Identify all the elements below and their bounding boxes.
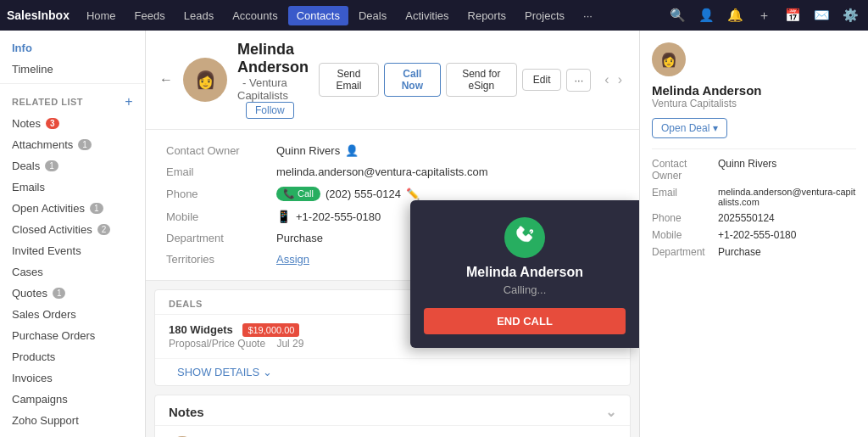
sidebar-item-quotes[interactable]: Quotes 1 [0, 283, 145, 304]
bell-icon[interactable]: 🔔 [724, 4, 746, 26]
phone-edit-icon[interactable]: ✏️ [406, 188, 420, 200]
nav-icons: 🔍 👤 🔔 ＋ 📅 ✉️ ⚙️ [666, 4, 861, 26]
sidebar-item-emails[interactable]: Emails [0, 176, 145, 198]
header-actions: Send Email Call Now Send for eSign Edit … [319, 63, 591, 97]
contact-name: Melinda Anderson [237, 41, 309, 76]
right-panel: 👩 Melinda Anderson Ventura Capitalists O… [639, 31, 868, 437]
phone-label: Phone [166, 188, 276, 200]
related-list-header: RELATED LIST + [0, 87, 145, 113]
territories-value: Assign [276, 253, 309, 266]
rp-department-value: Purchase [718, 246, 761, 258]
nav-contacts[interactable]: Contacts [288, 6, 348, 25]
rp-contact-owner-row: Contact Owner Quinn Rivers [652, 158, 856, 182]
nav-reports[interactable]: Reports [459, 6, 515, 25]
sidebar-item-purchase-orders[interactable]: Purchase Orders [0, 325, 145, 346]
rp-contact-owner-value: Quinn Rivers [718, 158, 776, 182]
sidebar-item-notes[interactable]: Notes 3 [0, 113, 145, 134]
sidebar-item-social-interactions[interactable]: Social Interactions [0, 431, 145, 437]
owner-value: Quinn Rivers 👤 [276, 144, 359, 157]
content-area: ← 👩 Melinda Anderson - Ventura Capitalis… [146, 31, 639, 437]
nav-projects[interactable]: Projects [516, 6, 573, 25]
call-widget-name: Melinda Anderson [424, 265, 626, 280]
open-deal-button[interactable]: Open Deal ▾ [652, 118, 727, 138]
edit-button[interactable]: Edit [522, 69, 562, 91]
sidebar-item-invoices[interactable]: Invoices [0, 367, 145, 389]
nav-activities[interactable]: Activities [397, 6, 457, 25]
sidebar-divider [0, 83, 145, 84]
nav-feeds[interactable]: Feeds [126, 6, 174, 25]
follow-button[interactable]: Follow [246, 102, 294, 119]
related-list-add-button[interactable]: + [125, 94, 133, 109]
back-button[interactable]: ← [159, 72, 173, 87]
send-esign-button[interactable]: Send for eSign [446, 63, 517, 97]
sidebar-item-zoho-support[interactable]: Zoho Support [0, 410, 145, 431]
sidebar-item-timeline[interactable]: Timeline [0, 59, 145, 80]
call-widget: Melinda Anderson Calling... END CALL [410, 200, 639, 348]
note-item-1: 👩 Martha Hills, Please call up with Meli… [155, 426, 630, 437]
contact-company: - Ventura Capitalists [237, 76, 288, 102]
rp-phone-row: Phone 2025550124 [652, 212, 856, 224]
department-value: Purchase [276, 232, 323, 244]
sidebar-item-cases[interactable]: Cases [0, 261, 145, 283]
owner-label: Contact Owner [166, 144, 276, 157]
sidebar-item-closed-activities[interactable]: Closed Activities 2 [0, 219, 145, 240]
sidebar-item-deals[interactable]: Deals 1 [0, 155, 145, 176]
show-details-link[interactable]: SHOW DETAILS ⌄ [177, 366, 608, 378]
nav-home[interactable]: Home [78, 6, 125, 25]
sidebar-item-attachments[interactable]: Attachments 1 [0, 134, 145, 155]
rp-department-row: Department Purchase [652, 246, 856, 258]
nav-leads[interactable]: Leads [175, 6, 222, 25]
deal-amount-badge: $19,000.00 [242, 323, 299, 337]
search-icon[interactable]: 🔍 [666, 4, 688, 26]
call-status: Calling... [424, 283, 626, 296]
show-details-bar: SHOW DETAILS ⌄ [164, 359, 621, 385]
more-button[interactable]: ··· [566, 69, 591, 92]
owner-row: Contact Owner Quinn Rivers 👤 [166, 140, 619, 161]
email-row: Email melinda.anderson@ventura-capitalis… [166, 161, 619, 182]
rp-contact-owner-label: Contact Owner [652, 158, 711, 182]
add-icon[interactable]: ＋ [753, 4, 775, 26]
contact-icon[interactable]: 👤 [695, 4, 717, 26]
sidebar: Info Timeline RELATED LIST + Notes 3 Att… [0, 31, 146, 437]
next-contact-button[interactable]: › [615, 70, 626, 89]
notes-chevron-icon[interactable]: ⌄ [605, 404, 616, 420]
assign-territories-link[interactable]: Assign [276, 253, 309, 266]
sidebar-item-campaigns[interactable]: Campaigns [0, 389, 145, 410]
prev-contact-button[interactable]: ‹ [601, 70, 612, 89]
rp-phone-label: Phone [652, 212, 711, 224]
contact-header: ← 👩 Melinda Anderson - Ventura Capitalis… [146, 31, 639, 130]
nav-deals[interactable]: Deals [350, 6, 395, 25]
notes-section: Notes ⌄ 👩 Martha Hills, Please call up w… [154, 395, 631, 437]
rp-company: Ventura Capitalists [652, 98, 856, 109]
notes-header: Notes ⌄ [155, 395, 630, 426]
rp-name: Melinda Anderson [652, 83, 856, 98]
chevron-down-icon: ▾ [713, 122, 718, 134]
rp-mobile-value: +1-202-555-0180 [718, 229, 796, 241]
call-pill[interactable]: 📞 Call [276, 187, 320, 201]
rp-phone-value: 2025550124 [718, 212, 775, 224]
department-label: Department [166, 232, 276, 244]
call-now-button[interactable]: Call Now [384, 63, 441, 97]
nav-arrows: ‹ › [601, 70, 626, 89]
sidebar-item-sales-orders[interactable]: Sales Orders [0, 304, 145, 325]
nav-accounts[interactable]: Accounts [224, 6, 286, 25]
quotes-badge: 1 [53, 288, 66, 299]
owner-edit-icon[interactable]: 👤 [345, 144, 359, 157]
email-label: Email [166, 165, 276, 178]
mail-icon[interactable]: ✉️ [810, 4, 832, 26]
sidebar-item-invited-events[interactable]: Invited Events [0, 240, 145, 261]
phone-value: 📞 Call (202) 555-0124 ✏️ [276, 187, 420, 201]
rp-email-label: Email [652, 187, 711, 207]
calendar-icon[interactable]: 📅 [782, 4, 804, 26]
send-email-button[interactable]: Send Email [319, 63, 379, 97]
deal-name[interactable]: 180 Widgets [169, 323, 233, 336]
sidebar-item-products[interactable]: Products [0, 346, 145, 367]
sidebar-item-open-activities[interactable]: Open Activities 1 [0, 198, 145, 219]
top-nav: SalesInbox Home Feeds Leads Accounts Con… [0, 0, 868, 31]
rp-email-value: melinda.anderson@ventura-capitalists.com [718, 187, 856, 207]
end-call-button[interactable]: END CALL [424, 308, 626, 334]
sidebar-item-info[interactable]: Info [0, 37, 145, 59]
settings-icon[interactable]: ⚙️ [839, 4, 861, 26]
contact-avatar: 👩 [183, 58, 227, 102]
nav-more[interactable]: ··· [575, 6, 601, 25]
